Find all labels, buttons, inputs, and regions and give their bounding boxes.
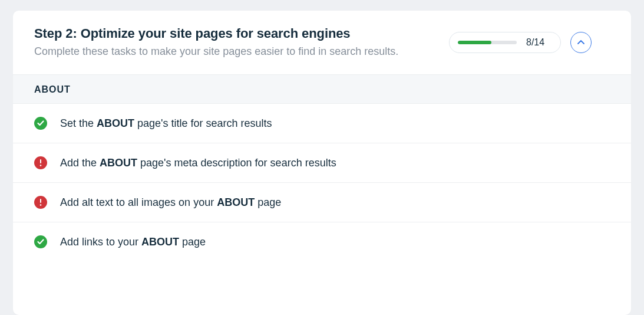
header-text: Step 2: Optimize your site pages for sea… bbox=[34, 26, 435, 59]
step-card: Step 2: Optimize your site pages for sea… bbox=[13, 11, 631, 315]
task-row[interactable]: Set the ABOUT page's title for search re… bbox=[13, 104, 631, 143]
progress-track bbox=[458, 41, 517, 44]
task-text: Set the ABOUT page's title for search re… bbox=[60, 117, 272, 130]
progress-label: 8/14 bbox=[526, 37, 544, 48]
task-text: Add the ABOUT page's meta description fo… bbox=[60, 157, 336, 169]
header-right: 8/14 bbox=[449, 32, 592, 53]
task-text: Add links to your ABOUT page bbox=[60, 236, 206, 248]
svg-point-1 bbox=[40, 165, 42, 166]
alert-icon bbox=[34, 156, 47, 169]
step-title: Step 2: Optimize your site pages for sea… bbox=[34, 26, 435, 41]
check-icon bbox=[34, 117, 47, 130]
svg-point-3 bbox=[40, 204, 42, 206]
step-subtitle: Complete these tasks to make your site p… bbox=[34, 44, 435, 59]
progress-pill: 8/14 bbox=[449, 32, 561, 53]
progress-fill bbox=[458, 41, 491, 44]
chevron-up-icon bbox=[577, 40, 584, 45]
task-row[interactable]: Add the ABOUT page's meta description fo… bbox=[13, 143, 631, 183]
section-header: ABOUT bbox=[13, 74, 631, 104]
task-list: Set the ABOUT page's title for search re… bbox=[13, 104, 631, 315]
card-header: Step 2: Optimize your site pages for sea… bbox=[13, 11, 631, 74]
task-row[interactable]: Add links to your ABOUT page bbox=[13, 222, 631, 261]
alert-icon bbox=[34, 196, 47, 209]
svg-rect-2 bbox=[40, 199, 41, 203]
check-icon bbox=[34, 235, 47, 248]
svg-rect-0 bbox=[40, 159, 41, 163]
task-text: Add alt text to all images on your ABOUT… bbox=[60, 196, 281, 209]
task-row[interactable]: Add alt text to all images on your ABOUT… bbox=[13, 183, 631, 222]
collapse-button[interactable] bbox=[570, 32, 592, 53]
